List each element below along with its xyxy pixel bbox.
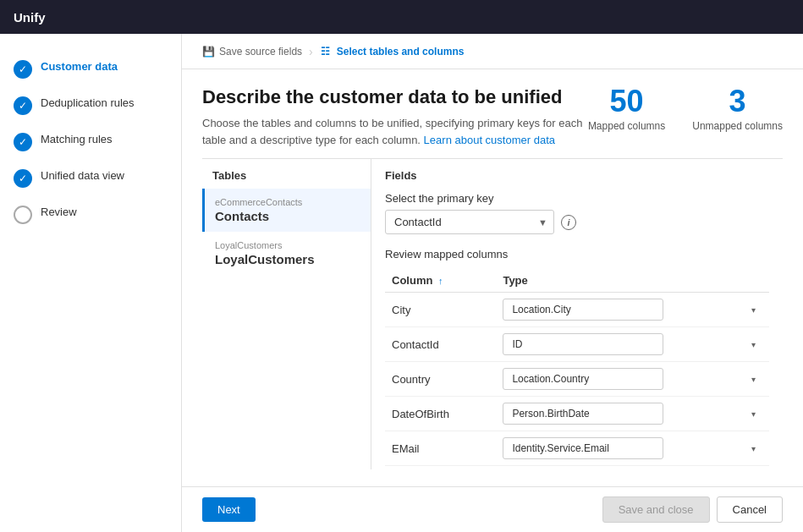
sidebar-item-label-deduplication: Deduplication rules (41, 96, 135, 111)
primary-key-info-icon[interactable]: i (561, 215, 576, 230)
col-header-type: Type (496, 269, 769, 293)
type-cell-1: Location.CityLocation.CountryPerson.Birt… (496, 327, 769, 362)
type-cell-3: Location.CityLocation.CountryPerson.Birt… (496, 397, 769, 431)
type-select-arrow-0: ▾ (751, 305, 756, 315)
unmapped-label: Unmapped columns (692, 120, 783, 132)
type-select-0[interactable]: Location.CityLocation.CountryPerson.Birt… (503, 299, 663, 321)
breadcrumb-step1: 💾 Save source fields (202, 46, 302, 58)
page-title: Describe the customer data to be unified (202, 86, 588, 108)
table-row: EMailLocation.CityLocation.CountryPerson… (385, 431, 769, 466)
type-cell-2: Location.CityLocation.CountryPerson.Birt… (496, 362, 769, 397)
column-cell-0: City (385, 293, 496, 327)
table-icon: ☷ (320, 46, 332, 58)
column-cell-3: DateOfBirth (385, 397, 496, 431)
footer-left: Next (202, 497, 256, 522)
type-select-wrapper-2: Location.CityLocation.CountryPerson.Birt… (503, 368, 762, 390)
type-select-wrapper-1: Location.CityLocation.CountryPerson.Birt… (503, 333, 762, 355)
page-body: Describe the customer data to be unified… (182, 69, 803, 486)
type-select-2[interactable]: Location.CityLocation.CountryPerson.Birt… (503, 368, 663, 390)
table-item-loyalcustomers[interactable]: LoyalCustomers LoyalCustomers (202, 232, 371, 275)
learn-link[interactable]: Learn about customer data (424, 134, 555, 146)
type-select-wrapper-4: Location.CityLocation.CountryPerson.Birt… (503, 437, 762, 459)
fields-col: Fields Select the primary key ContactId … (371, 159, 783, 469)
stat-mapped: 50 Mapped columns (588, 86, 665, 132)
content-area: 💾 Save source fields › ☷ Select tables a… (182, 34, 803, 532)
breadcrumb-bar: 💾 Save source fields › ☷ Select tables a… (182, 34, 803, 69)
table-row: CountryLocation.CityLocation.CountryPers… (385, 362, 769, 397)
type-select-wrapper-3: Location.CityLocation.CountryPerson.Birt… (503, 403, 762, 425)
save-icon: 💾 (202, 46, 214, 58)
breadcrumb-separator: › (309, 45, 313, 58)
sidebar-item-unified[interactable]: ✓ Unified data view (0, 160, 181, 196)
breadcrumb-step2-label: Select tables and columns (337, 46, 465, 58)
step-icon-review (14, 206, 32, 224)
primary-key-label: Select the primary key (385, 192, 769, 205)
fields-col-header: Fields (385, 169, 769, 182)
table-item-sub-loyal: LoyalCustomers (215, 240, 360, 250)
sidebar-item-label-review: Review (41, 205, 77, 220)
column-cell-4: EMail (385, 431, 496, 466)
table-item-contacts[interactable]: eCommerceContacts Contacts (202, 189, 371, 232)
sidebar: ✓ Customer data ✓ Deduplication rules ✓ … (0, 34, 182, 532)
step-icon-unified: ✓ (14, 169, 32, 188)
sidebar-item-customer-data[interactable]: ✓ Customer data (0, 51, 181, 87)
footer: Next Save and close Cancel (182, 486, 803, 532)
step-icon-matching: ✓ (14, 133, 32, 151)
table-item-name-contacts: Contacts (215, 209, 360, 223)
type-select-3[interactable]: Location.CityLocation.CountryPerson.Birt… (503, 403, 663, 425)
tables-col-header: Tables (202, 169, 371, 189)
table-row: CityLocation.CityLocation.CountryPerson.… (385, 293, 769, 327)
mapped-count: 50 (588, 86, 665, 117)
col-header-column: Column ↑ (385, 269, 496, 293)
column-cell-2: Country (385, 362, 496, 397)
breadcrumb-step1-label: Save source fields (219, 46, 302, 58)
type-select-arrow-1: ▾ (751, 340, 756, 349)
primary-key-row: ContactId ▼ i (385, 210, 769, 234)
sidebar-item-matching[interactable]: ✓ Matching rules (0, 123, 181, 160)
sidebar-item-label-matching: Matching rules (41, 132, 113, 147)
stats-row: 50 Mapped columns 3 Unmapped columns (588, 86, 783, 132)
type-select-arrow-2: ▾ (751, 375, 756, 384)
next-button[interactable]: Next (202, 497, 256, 522)
tables-col: Tables eCommerceContacts Contacts LoyalC… (202, 159, 371, 469)
type-cell-0: Location.CityLocation.CountryPerson.Birt… (496, 293, 769, 327)
review-section-label: Review mapped columns (385, 248, 769, 261)
page-header-left: Describe the customer data to be unified… (202, 86, 588, 148)
top-bar: Unify (0, 0, 803, 34)
table-row: ContactIdLocation.CityLocation.CountryPe… (385, 327, 769, 362)
page-description: Choose the tables and columns to be unif… (202, 115, 588, 148)
columns-table: Column ↑ Type CityLocation.CityLocation.… (385, 269, 769, 466)
footer-right: Save and close Cancel (602, 496, 783, 523)
column-cell-1: ContactId (385, 327, 496, 362)
sidebar-item-review[interactable]: Review (0, 196, 181, 233)
type-select-wrapper-0: Location.CityLocation.CountryPerson.Birt… (503, 299, 762, 321)
sidebar-item-label-customer-data: Customer data (41, 59, 118, 74)
breadcrumb-step2: ☷ Select tables and columns (320, 46, 465, 58)
table-item-name-loyal: LoyalCustomers (215, 252, 360, 266)
app-title: Unify (14, 10, 46, 25)
primary-key-select-wrapper: ContactId ▼ (385, 210, 554, 234)
mapped-label: Mapped columns (588, 120, 665, 132)
primary-key-select[interactable]: ContactId (385, 210, 554, 234)
step-icon-customer-data: ✓ (14, 60, 32, 79)
type-select-4[interactable]: Location.CityLocation.CountryPerson.Birt… (503, 437, 663, 459)
unmapped-count: 3 (692, 86, 783, 117)
type-select-arrow-3: ▾ (751, 409, 756, 419)
type-cell-4: Location.CityLocation.CountryPerson.Birt… (496, 431, 769, 466)
stat-unmapped: 3 Unmapped columns (692, 86, 783, 132)
sidebar-item-label-unified: Unified data view (41, 168, 124, 184)
type-select-1[interactable]: Location.CityLocation.CountryPerson.Birt… (503, 333, 663, 355)
type-select-arrow-4: ▾ (751, 444, 756, 453)
two-col-layout: Tables eCommerceContacts Contacts LoyalC… (202, 158, 783, 469)
page-header-row: Describe the customer data to be unified… (202, 86, 783, 148)
save-close-button: Save and close (602, 496, 710, 523)
table-row: DateOfBirthLocation.CityLocation.Country… (385, 397, 769, 431)
table-item-sub-contacts: eCommerceContacts (215, 197, 360, 207)
sidebar-item-deduplication[interactable]: ✓ Deduplication rules (0, 87, 181, 123)
sort-icon: ↑ (438, 276, 443, 286)
step-icon-deduplication: ✓ (14, 96, 32, 115)
cancel-button[interactable]: Cancel (717, 496, 783, 523)
